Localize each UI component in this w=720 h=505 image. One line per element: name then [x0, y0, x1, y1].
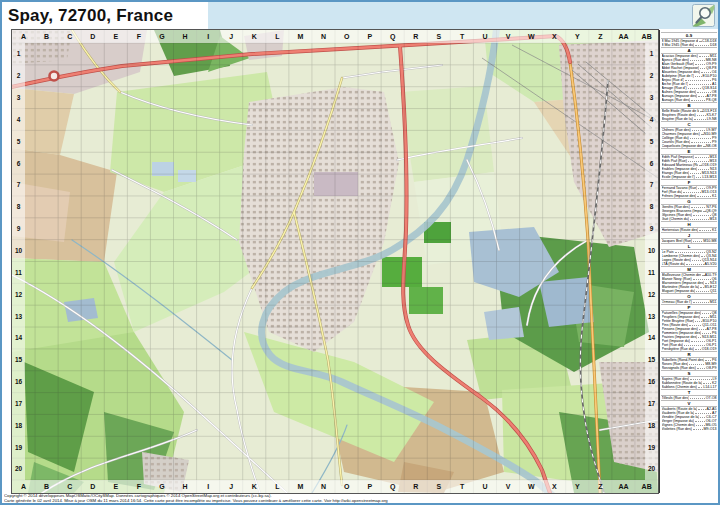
map-drawing — [12, 30, 658, 493]
index-dot-leader — [688, 88, 701, 89]
index-dot-leader — [699, 56, 709, 57]
index-section-header: C — [661, 121, 717, 128]
index-dot-leader — [696, 177, 701, 178]
index-dot-leader — [702, 333, 711, 334]
index-dot-leader — [698, 188, 705, 189]
index-dot-leader — [693, 279, 711, 280]
index-dot-leader — [690, 219, 708, 220]
index-entry: Gué (Chemin du)M13 — [660, 217, 718, 221]
index-entry: Rossignols (Rue des)O8-P9 — [660, 366, 718, 370]
index-entry-name: Hortensias (Route des) — [662, 228, 699, 232]
index-entry-gridref: N8-O8 — [706, 144, 717, 148]
index-entry-name: Ormeau (Rue de l') — [662, 300, 692, 304]
index-dot-leader — [685, 80, 711, 81]
title-box: Spay, 72700, France — [2, 2, 208, 29]
index-dot-leader — [683, 192, 700, 193]
index-entry-gridref: O18-O19 — [702, 347, 717, 351]
index-dot-leader — [700, 68, 705, 69]
index-dot-leader — [697, 196, 711, 197]
index-entry: Ormeau (Rue de l')M11 — [660, 300, 718, 304]
index-entry-name: Coquelicots (Impasse des) — [662, 144, 702, 148]
index-dot-leader — [703, 211, 705, 212]
index-entry-gridref: O7-O8 — [706, 396, 717, 400]
index-entry-gridref: K1 — [712, 194, 716, 198]
index-section-header: J — [661, 232, 717, 239]
page-title: Spay, 72700, France — [2, 6, 173, 26]
index-dot-leader — [689, 364, 704, 365]
index-entry-gridref: M13 — [710, 217, 717, 221]
index-section-header: B — [661, 102, 717, 109]
index-entry-gridref: L14-L17 — [703, 385, 716, 389]
index-dot-leader — [700, 287, 703, 288]
map-poster-page: Spay, 72700, France — [0, 0, 720, 505]
index-dot-leader — [701, 256, 705, 257]
index-dot-leader — [698, 169, 708, 170]
index-dot-leader — [693, 302, 709, 303]
index-dot-leader — [693, 241, 702, 242]
index-section-header: L — [661, 243, 717, 250]
index-section-header: H — [661, 221, 717, 228]
index-entry-name: Frênes (Impasse des) — [662, 194, 697, 198]
index-section-header: R — [661, 351, 717, 358]
index-entry-gridref: L13-M13 — [702, 175, 716, 179]
index-dot-leader — [699, 41, 701, 42]
index-entry: Bruyère (Rue de la)L9-N8 — [660, 117, 718, 121]
index-dot-leader — [695, 76, 701, 77]
index-dot-leader — [690, 60, 705, 61]
index-entry-name: Violettes (Rue des) — [662, 427, 693, 431]
index-entry: Violettes (Rue des)M9-O13 — [660, 427, 718, 431]
index-dot-leader — [695, 157, 709, 158]
index-dot-leader — [694, 119, 706, 120]
index-section-header: E — [661, 148, 717, 155]
index-dot-leader — [700, 111, 702, 112]
index-entry: Muguet (Impasse du)Q11 — [660, 289, 718, 293]
index-dot-leader — [695, 421, 705, 422]
index-dot-leader — [701, 134, 703, 135]
index-dot-leader — [699, 165, 701, 166]
index-dot-leader — [702, 313, 710, 314]
index-section-header: O — [661, 293, 717, 300]
index-dot-leader — [700, 417, 705, 418]
index-entry-name: Tilleuls (Rue des) — [662, 396, 690, 400]
index-dot-leader — [689, 325, 701, 326]
index-entry: Jacques Brel (Rue)M10-M8 — [660, 239, 718, 243]
index-entry-gridref: M10-M8 — [703, 239, 716, 243]
index-entry-name: Sablons (Chemin des) — [662, 385, 698, 389]
index-dot-leader — [699, 230, 711, 231]
roundabout — [50, 72, 59, 81]
index-dot-leader — [703, 146, 705, 147]
index-dot-leader — [695, 64, 705, 65]
street-index-panel: 0-9 8 Mai 1945 (Impasse du)C18-D18 8 Mai… — [659, 30, 718, 493]
index-entry-gridref: A5-V20 — [705, 262, 717, 266]
index-dot-leader — [698, 409, 705, 410]
index-entry-name: LTA (Route du) — [662, 262, 686, 266]
index-section-header: P — [661, 304, 717, 311]
index-dot-leader — [684, 345, 705, 346]
index-dot-leader — [697, 115, 706, 116]
index-entry-gridref: M9-O13 — [704, 427, 717, 431]
index-entry-name: 8 Mai 1945 (Rue du) — [662, 43, 695, 47]
index-dot-leader — [686, 264, 703, 265]
index-dot-leader — [691, 142, 711, 143]
index-dot-leader — [691, 100, 705, 101]
map-canvas — [12, 30, 658, 493]
index-section-header: A — [661, 47, 717, 54]
index-dot-leader — [695, 45, 709, 46]
index-dot-leader — [698, 96, 705, 97]
index-dot-leader — [705, 283, 709, 284]
index-entry-gridref: P8-Q8 — [706, 98, 716, 102]
index-dot-leader — [692, 130, 706, 131]
index-dot-leader — [701, 72, 710, 73]
index-entry-name: Jacques Brel (Rue) — [662, 239, 693, 243]
index-dot-leader — [695, 413, 711, 414]
index-dot-leader — [692, 260, 701, 261]
index-dot-leader — [698, 337, 701, 338]
index-entry-name: Muguet (Impasse du) — [662, 289, 696, 293]
index-section-header: S — [661, 370, 717, 377]
index-entry-name: Presbytère (Rue du) — [662, 347, 694, 351]
index-entry-gridref: M11 — [710, 300, 717, 304]
index-dot-leader — [696, 425, 705, 426]
index-entry-gridref: O8-P9 — [706, 366, 716, 370]
index-entry-name: Gué (Chemin du) — [662, 217, 690, 221]
index-dot-leader — [693, 429, 703, 430]
